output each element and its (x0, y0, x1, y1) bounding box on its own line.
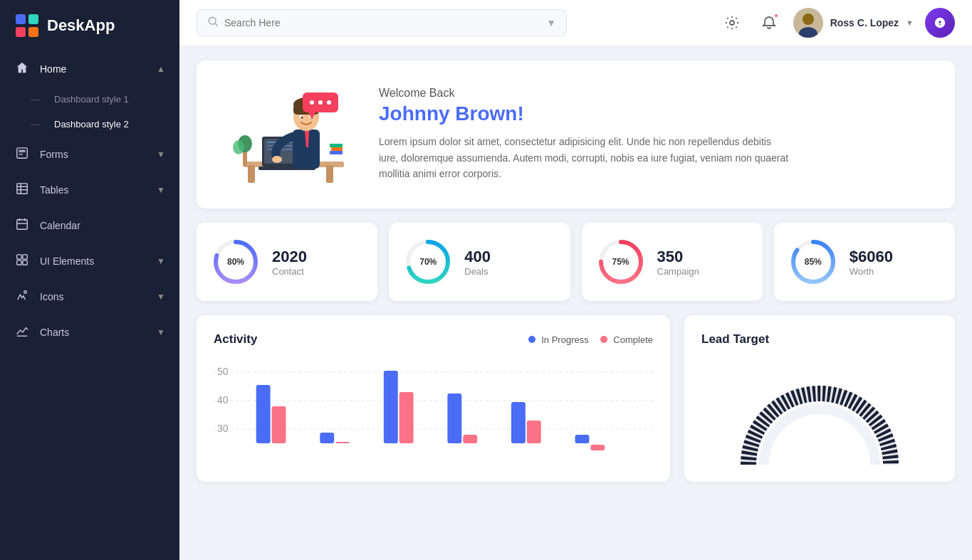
stat-circle-label-campaign: 75% (612, 257, 629, 267)
svg-rect-48 (243, 151, 247, 167)
main-area: ▼ Ross C. Lopez ▼ (179, 0, 972, 560)
sidebar-item-ui-elements-label: UI Elements (40, 255, 147, 267)
svg-rect-53 (330, 144, 343, 147)
stat-card-deals: 70% 400 Deals (389, 223, 570, 301)
stat-label-deals: Deals (464, 266, 491, 277)
sidebar-item-dashboard1[interactable]: Dashboard style 1 (0, 87, 179, 112)
svg-rect-8 (17, 220, 27, 230)
user-profile[interactable]: Ross C. Lopez ▼ (793, 8, 914, 38)
svg-rect-51 (330, 151, 343, 154)
sidebar-item-calendar[interactable]: Calendar (0, 208, 179, 243)
svg-rect-71 (335, 442, 350, 443)
svg-rect-26 (326, 165, 333, 183)
welcome-text: Welcome Back Johnny Brown! Lorem ipsum d… (379, 87, 792, 181)
donut-svg (734, 365, 905, 465)
chevron-down-icon5: ▼ (157, 292, 165, 302)
forms-icon (14, 147, 30, 162)
svg-rect-68 (256, 385, 271, 443)
welcome-description: Lorem ipsum dolor sit amet, consectetur … (379, 134, 792, 181)
svg-point-45 (318, 100, 323, 105)
welcome-banner: Welcome Back Johnny Brown! Lorem ipsum d… (197, 60, 955, 208)
stat-info-contact: 2020 Contact (272, 248, 307, 277)
svg-point-50 (233, 140, 244, 154)
svg-text:40: 40 (217, 394, 229, 406)
charts-icon (14, 324, 30, 340)
ui-elements-icon (14, 253, 30, 269)
svg-rect-1 (16, 27, 26, 37)
stat-circle-campaign: 75% (596, 237, 646, 287)
activity-chart: 50 40 30 (214, 358, 653, 465)
chevron-down-icon3: ▼ (157, 185, 165, 195)
stat-circle-worth: 85% (788, 237, 838, 287)
stat-info-deals: 400 Deals (464, 248, 491, 277)
stat-circle-deals: 70% (403, 237, 453, 287)
logo-icon (14, 13, 40, 38)
svg-rect-77 (527, 421, 541, 443)
svg-rect-3 (28, 27, 38, 37)
svg-point-46 (327, 100, 331, 105)
stat-value-deals: 400 (464, 248, 491, 266)
sidebar-item-dashboard2[interactable]: Dashboard style 2 (0, 112, 179, 137)
legend-complete: Complete (600, 334, 653, 345)
svg-rect-0 (16, 14, 26, 24)
stat-card-worth: 85% $6060 Worth (774, 223, 955, 301)
sidebar-item-charts[interactable]: Charts ▼ (0, 315, 179, 350)
header: ▼ Ross C. Lopez ▼ (179, 0, 972, 46)
sidebar-item-tables[interactable]: Tables ▼ (0, 172, 179, 208)
stat-label-campaign: Campaign (657, 266, 699, 277)
notification-dot (773, 13, 779, 19)
user-name: Ross C. Lopez (830, 17, 899, 28)
search-input[interactable] (224, 17, 540, 28)
stat-circle-label-worth: 85% (805, 257, 822, 267)
app-logo[interactable]: DeskApp (0, 0, 179, 51)
sidebar-item-home[interactable]: Home ▲ (0, 51, 179, 87)
sidebar-item-ui-elements[interactable]: UI Elements ▼ (0, 243, 179, 279)
svg-point-20 (730, 21, 734, 25)
icons-icon (14, 289, 30, 305)
bottom-row: Activity In Progress Complete (197, 315, 955, 482)
chart-legend: In Progress Complete (528, 334, 653, 345)
stat-circle-label-contact: 80% (227, 257, 244, 267)
stat-circle-contact: 80% (211, 237, 261, 287)
svg-rect-76 (511, 402, 526, 443)
tables-icon (14, 182, 30, 198)
chart-header: Activity In Progress Complete (214, 332, 653, 347)
sidebar-item-icons-label: Icons (40, 291, 147, 302)
lead-target-header: Lead Target (701, 332, 938, 347)
welcome-name: Johnny Brown! (379, 102, 792, 125)
svg-rect-70 (320, 433, 334, 443)
svg-rect-25 (248, 165, 255, 183)
svg-rect-52 (331, 147, 343, 151)
help-button[interactable] (925, 8, 955, 38)
notifications-button[interactable] (756, 10, 782, 36)
stat-value-campaign: 350 (657, 248, 699, 266)
sidebar-item-calendar-label: Calendar (40, 220, 165, 231)
stat-card-campaign: 75% 350 Campaign (582, 223, 763, 301)
user-dropdown-icon: ▼ (906, 19, 914, 27)
lead-target-card: Lead Target (684, 315, 955, 482)
sidebar-item-forms[interactable]: Forms ▼ (0, 137, 179, 172)
activity-chart-card: Activity In Progress Complete (197, 315, 670, 482)
sidebar-nav: Home ▲ Dashboard style 1 Dashboard style… (0, 51, 179, 560)
sidebar-item-icons[interactable]: Icons ▼ (0, 279, 179, 315)
svg-rect-74 (447, 393, 461, 443)
svg-rect-4 (17, 184, 27, 194)
svg-point-40 (301, 116, 303, 118)
stats-row: 80% 2020 Contact (197, 223, 955, 301)
app-name: DeskApp (47, 16, 115, 35)
search-icon (207, 16, 219, 30)
legend-dot-in-progress (528, 336, 535, 343)
sidebar-item-home-label: Home (40, 63, 147, 75)
sidebar-item-forms-label: Forms (40, 149, 147, 160)
legend-dot-complete (600, 336, 607, 343)
svg-rect-13 (23, 255, 27, 259)
welcome-illustration (219, 78, 362, 191)
stat-value-worth: $6060 (850, 248, 893, 266)
stat-value-contact: 2020 (272, 248, 307, 266)
search-box[interactable]: ▼ (197, 9, 567, 36)
content-area: Welcome Back Johnny Brown! Lorem ipsum d… (179, 46, 972, 560)
settings-button[interactable] (719, 10, 745, 36)
svg-point-16 (24, 291, 27, 294)
home-icon (14, 61, 30, 77)
header-actions: Ross C. Lopez ▼ (719, 8, 955, 38)
